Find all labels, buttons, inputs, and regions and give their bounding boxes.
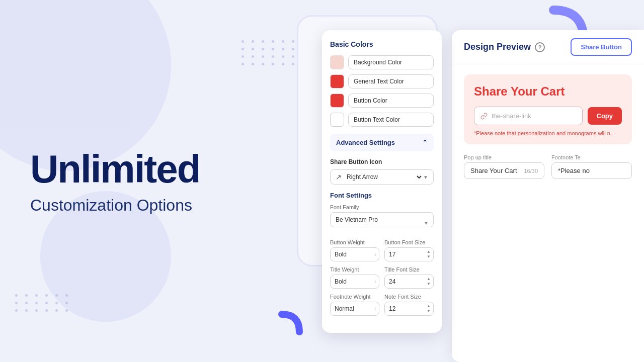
button-font-size-spinners: ▲ ▼ — [426, 249, 432, 259]
select-chevron-icon: ▼ — [423, 174, 428, 180]
button-weight-group: Button Weight Bold Normal Semibold ↕ — [330, 239, 379, 261]
share-button-icon-title: Share Button Icon — [330, 158, 434, 165]
footnote-text-input[interactable]: *Please no — [551, 162, 632, 179]
share-button[interactable]: Share Button — [571, 38, 632, 56]
bg-dots-bottom — [15, 294, 70, 312]
preview-header: Design Preview ? Share Button — [452, 30, 644, 64]
button-color-btn[interactable]: Button Color — [348, 94, 434, 108]
note-font-size-group: Note Font Size ▲ ▼ — [384, 294, 434, 316]
button-font-size-label: Button Font Size — [384, 239, 434, 245]
background-color-btn[interactable]: Background Color — [348, 55, 434, 69]
settings-panel: Basic Colors Background Color General Te… — [322, 30, 442, 333]
note-font-size-up[interactable]: ▲ — [426, 304, 432, 309]
button-font-size-group: Button Font Size 17 ▲ ▼ — [384, 239, 434, 261]
note-font-size-wrap: ▲ ▼ — [384, 302, 434, 316]
popup-title-char-count: 16/30 — [524, 168, 538, 174]
bg-dots-top — [242, 40, 297, 65]
title-font-size-wrap: ▲ ▼ — [384, 275, 434, 289]
button-color-swatch[interactable] — [330, 94, 344, 108]
chevron-up-icon: ⌃ — [422, 139, 428, 146]
main-title: Unlimited — [30, 148, 200, 191]
color-row-general-text: General Text Color — [330, 74, 434, 88]
help-icon-label: ? — [538, 44, 542, 50]
footnote-text-label: Footnote Te — [551, 154, 632, 160]
button-text-color-btn[interactable]: Button Text Color — [348, 113, 434, 127]
title-font-size-label: Title Font Size — [384, 266, 434, 273]
button-weight-select[interactable]: Bold Normal Semibold — [330, 247, 379, 261]
bg-hook-bottom-svg — [272, 287, 327, 342]
link-icon — [480, 113, 488, 120]
advanced-settings-toggle[interactable]: Advanced Settings ⌃ — [330, 134, 434, 151]
footnote-text-value: *Please no — [558, 167, 590, 174]
share-link-input: the-share-link — [474, 107, 583, 125]
title-weight-group: Title Weight Bold Normal ↕ — [330, 266, 379, 289]
main-subtitle: Customization Options — [30, 196, 200, 214]
left-content: Unlimited Customization Options — [30, 148, 200, 215]
share-link-placeholder: the-share-link — [492, 112, 531, 120]
preview-panel: Design Preview ? Share Button Share Your… — [452, 30, 644, 362]
bg-circle-large — [0, 0, 171, 171]
preview-title-text: Design Preview — [464, 42, 531, 52]
title-weight-select[interactable]: Bold Normal — [330, 275, 379, 289]
color-row-button-text: Button Text Color — [330, 113, 434, 127]
title-weight-label: Title Weight — [330, 266, 379, 273]
button-weight-label: Button Weight — [330, 239, 379, 245]
color-row-button: Button Color — [330, 94, 434, 108]
popup-title-label: Pop up title — [464, 154, 544, 160]
preview-footnote: *Please note that personalization and mo… — [474, 130, 622, 136]
share-cart-box: Share Your Cart the-share-link Copy *Ple… — [464, 74, 632, 144]
preview-content: Share Your Cart the-share-link Copy *Ple… — [452, 64, 644, 189]
title-font-size-down[interactable]: ▼ — [426, 282, 432, 287]
font-settings-title: Font Settings — [330, 192, 434, 199]
footnote-weight-select[interactable]: Normal Bold — [330, 302, 379, 316]
preview-title-group: Design Preview ? — [464, 42, 545, 52]
title-font-size-up[interactable]: ▲ — [426, 277, 432, 282]
note-font-size-label: Note Font Size — [384, 294, 434, 300]
bottom-fields: Pop up title Share Your Cart 16/30 Footn… — [464, 154, 632, 179]
background-color-swatch[interactable] — [330, 55, 344, 69]
color-row-background: Background Color — [330, 55, 434, 69]
note-font-size-spinners: ▲ ▼ — [426, 304, 432, 314]
title-font-size-spinners: ▲ ▼ — [426, 277, 432, 287]
help-icon[interactable]: ? — [535, 42, 545, 52]
button-font-size-down[interactable]: ▼ — [426, 254, 432, 259]
footnote-weight-size-row: Footnote Weight Normal Bold ↕ Note Font … — [330, 294, 434, 316]
right-arrow-icon: ↗ — [336, 173, 342, 181]
button-weight-size-row: Button Weight Bold Normal Semibold ↕ But… — [330, 239, 434, 261]
share-button-icon-row: ↗ Right Arrow Link Share ▼ — [330, 169, 434, 185]
title-font-size-group: Title Font Size ▲ ▼ — [384, 266, 434, 289]
button-font-size-up[interactable]: ▲ — [426, 249, 432, 254]
popup-title-group: Pop up title Share Your Cart 16/30 — [464, 154, 544, 179]
copy-button[interactable]: Copy — [588, 107, 622, 125]
footnote-weight-label: Footnote Weight — [330, 294, 379, 300]
popup-title-input[interactable]: Share Your Cart 16/30 — [464, 162, 544, 179]
advanced-settings-label: Advanced Settings — [336, 139, 395, 146]
title-weight-size-row: Title Weight Bold Normal ↕ Title Font Si… — [330, 266, 434, 289]
share-button-icon-select[interactable]: Right Arrow Link Share — [345, 173, 423, 181]
basic-colors-title: Basic Colors — [330, 40, 434, 48]
footnote-text-group: Footnote Te *Please no — [551, 154, 632, 179]
note-font-size-down[interactable]: ▼ — [426, 309, 432, 314]
share-link-row: the-share-link Copy — [474, 107, 622, 125]
popup-title-value: Share Your Cart — [470, 167, 517, 174]
button-font-size-wrap: 17 ▲ ▼ — [384, 247, 434, 261]
font-family-select[interactable]: Be Vietnam Pro Roboto Open Sans Lato — [330, 212, 434, 227]
font-family-label: Font Family — [330, 204, 434, 210]
footnote-weight-group: Footnote Weight Normal Bold ↕ — [330, 294, 379, 316]
general-text-color-swatch[interactable] — [330, 74, 344, 88]
button-text-color-swatch[interactable] — [330, 113, 344, 127]
share-cart-title: Share Your Cart — [474, 84, 622, 99]
general-text-color-btn[interactable]: General Text Color — [348, 74, 434, 88]
